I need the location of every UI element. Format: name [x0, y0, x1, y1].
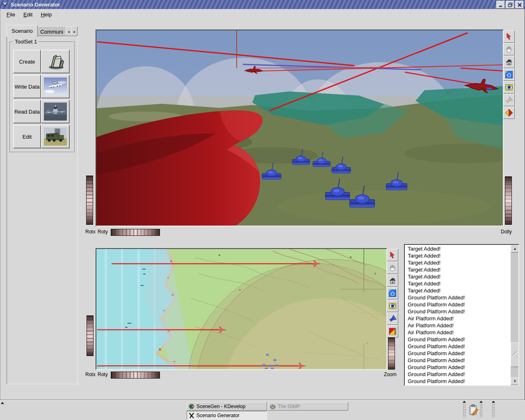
pan-hand-icon — [388, 264, 397, 272]
view-all-blueprint-icon — [388, 289, 397, 297]
log-entry: Ground Platform Added! — [408, 357, 511, 364]
task-label: SceneGen - KDevelop — [196, 404, 245, 409]
log-entry: Target Added! — [408, 259, 511, 266]
pick-arrow-icon — [388, 251, 397, 259]
home-house-icon — [505, 58, 513, 66]
event-log-list[interactable]: Target Added!Target Added!Target Added!T… — [404, 244, 519, 386]
tray-handle[interactable] — [463, 404, 466, 418]
restore-button[interactable] — [506, 1, 514, 9]
log-entry: Target Added! — [408, 287, 511, 294]
viewer-map-toolbar — [387, 249, 398, 338]
titlebar[interactable]: Scenario Generator — [0, 0, 525, 9]
viewer-3d-canvas[interactable] — [96, 30, 504, 226]
clock-handle-arrow[interactable] — [492, 401, 495, 403]
log-entry: Target Added! — [408, 280, 511, 287]
minimize-button[interactable] — [496, 1, 505, 9]
pick-arrow-icon — [505, 32, 513, 41]
scenario-generator-window: Scenario Generator File Edit Help Scena — [0, 0, 525, 420]
scene-3d — [96, 30, 503, 226]
log-entry: Target Added! — [408, 252, 511, 259]
applet-handle[interactable] — [479, 404, 483, 418]
edit-image-button[interactable] — [41, 125, 70, 148]
log-entry: Ground Platform Added! — [408, 364, 511, 371]
window-title: Scenario Generator — [11, 2, 60, 8]
military-truck-photo — [44, 128, 67, 146]
create-folder-button[interactable] — [41, 50, 70, 73]
seek-button[interactable] — [503, 81, 515, 94]
viewer-map-zoom-thumbwheel[interactable] — [388, 338, 395, 370]
headlight-button-disabled[interactable] — [503, 94, 515, 106]
log-entry: Air Platform Added! — [408, 329, 511, 336]
read-data-button[interactable]: Read Data — [13, 100, 41, 123]
klipper-icon — [468, 404, 479, 417]
viewer-3d-roty-thumbwheel[interactable] — [111, 229, 160, 236]
log-entry: Ground Platform Added! — [408, 378, 511, 385]
viewer-3d-dolly-thumbwheel[interactable] — [505, 176, 512, 225]
klipper-tray-icon[interactable] — [468, 404, 479, 418]
edit-button[interactable]: Edit — [13, 125, 41, 148]
scrollbar-thumb[interactable] — [511, 342, 519, 367]
write-data-button[interactable]: Write Data — [13, 75, 41, 98]
panel-hide-arrow[interactable] — [1, 402, 4, 404]
write-data-image-button[interactable] — [41, 75, 70, 98]
tray-handle-arrow[interactable] — [463, 401, 466, 403]
log-entry: Ground Platform Added! — [408, 336, 511, 343]
task-gimp[interactable]: The GIMP — [268, 402, 348, 411]
log-entry: Ground Platform Added! — [408, 308, 511, 315]
pan-hand-icon — [505, 45, 513, 53]
map-seek-button[interactable] — [387, 300, 398, 312]
tab-scenario[interactable]: Scenario — [7, 25, 38, 37]
map-view-mode-button[interactable] — [387, 262, 398, 274]
kde-panel: 1 2 3 4 ▲ SceneGen - KDevelop The GIMP — [0, 400, 525, 420]
menu-edit[interactable]: Edit — [23, 11, 32, 18]
gimp-wilber-icon — [270, 404, 276, 409]
log-entry: Ground Platform Added! — [408, 371, 511, 378]
clock-handle[interactable] — [492, 404, 495, 418]
viewer-map-roty-thumbwheel[interactable] — [111, 372, 160, 379]
fighter-jet-photo — [44, 103, 67, 121]
map-headlight-button[interactable] — [387, 313, 398, 325]
zoom-label: Zoom — [384, 372, 397, 377]
map-rotx-label: Rotx — [85, 372, 96, 377]
scroll-up-button[interactable]: ▲ — [511, 245, 519, 253]
seek-eye-icon — [388, 302, 397, 310]
scroll-down-button[interactable]: ▼ — [511, 377, 519, 385]
home-view-button[interactable] — [503, 56, 515, 68]
event-log-entries: Target Added!Target Added!Target Added!T… — [405, 245, 511, 385]
map-home-view-button[interactable] — [387, 274, 398, 287]
seek-eye-icon — [505, 83, 513, 91]
task-kdevelop[interactable]: SceneGen - KDevelop — [187, 402, 267, 411]
map-view-all-button[interactable] — [387, 287, 398, 299]
app-window-icon — [2, 1, 8, 8]
viewer-map-canvas[interactable] — [96, 248, 387, 370]
map-camera-type-button[interactable] — [387, 325, 398, 338]
camera-type-button[interactable] — [503, 107, 515, 119]
minimize-icon — [498, 2, 503, 7]
camera-type-flag-icon — [388, 327, 397, 336]
view-mode-button[interactable] — [503, 43, 515, 55]
menubar: File Edit Help — [0, 9, 525, 20]
log-entry: Ground Platform Added! — [408, 350, 511, 357]
pick-mode-button[interactable] — [503, 30, 515, 43]
dolly-label: Dolly — [501, 229, 512, 235]
toolset-groupbox: ToolSet 1 Create Write Data — [9, 41, 75, 152]
read-data-image-button[interactable] — [41, 100, 70, 123]
menu-help[interactable]: Help — [41, 11, 52, 18]
log-scrollbar[interactable]: ▲ ▼ — [511, 245, 518, 385]
close-button[interactable] — [515, 1, 524, 9]
log-entry: Target Added! — [408, 266, 511, 273]
map-pick-mode-button[interactable] — [387, 249, 398, 261]
roty-label: Roty — [98, 229, 108, 235]
scene-map — [96, 249, 386, 369]
task-scenario-generator[interactable]: Scenario Generator — [187, 411, 267, 420]
scenario-tool-panel: ToolSet 1 Create Write Data — [7, 36, 78, 384]
menu-file[interactable]: File — [7, 11, 15, 18]
viewer-3d-rotx-thumbwheel[interactable] — [86, 176, 93, 225]
create-button[interactable]: Create — [13, 50, 41, 73]
view-all-button[interactable] — [503, 68, 515, 81]
viewer-map-rotx-thumbwheel[interactable] — [87, 315, 94, 356]
map-roty-label: Roty — [98, 372, 108, 377]
log-entry: Ground Platform Added! — [408, 343, 511, 350]
applet-handle-arrow[interactable] — [479, 401, 483, 403]
task-label: The GIMP — [278, 404, 300, 409]
